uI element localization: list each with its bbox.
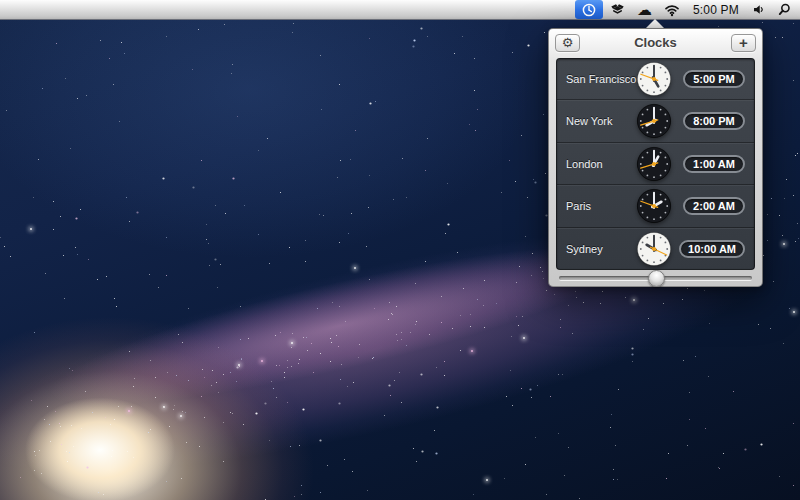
analog-clock — [636, 231, 672, 267]
clock-row[interactable]: San Francisco5:00 PM — [557, 59, 754, 100]
city-label: Paris — [566, 200, 636, 212]
time-pill: 5:00 PM — [683, 70, 745, 88]
panel-footer — [549, 270, 762, 286]
time-slider[interactable] — [559, 270, 752, 286]
time-pill: 8:00 PM — [683, 112, 745, 130]
cloud-glyph: ☁ — [637, 3, 652, 17]
popover-arrow — [646, 19, 664, 28]
city-label: London — [566, 158, 636, 170]
clock-icon — [581, 2, 597, 18]
cloud-icon[interactable]: ☁ — [631, 0, 658, 19]
add-clock-button[interactable]: + — [731, 34, 756, 52]
panel-header: ⚙ Clocks + — [549, 29, 762, 55]
wifi-waves-icon — [664, 2, 680, 17]
time-slider-thumb[interactable] — [648, 270, 665, 287]
spotlight-icon[interactable] — [771, 0, 800, 19]
city-label: Sydney — [566, 243, 636, 255]
wifi-icon[interactable] — [658, 0, 686, 19]
time-pill: 10:00 AM — [679, 240, 745, 258]
clock-list: San Francisco5:00 PMNew York8:00 PMLondo… — [556, 58, 755, 270]
volume-icon[interactable] — [746, 0, 771, 19]
time-pill: 1:00 AM — [683, 155, 745, 173]
menubar-clocks-icon[interactable] — [575, 0, 603, 19]
time-pill: 2:00 AM — [683, 197, 745, 215]
dropbox-icon[interactable] — [604, 0, 631, 19]
galaxy-core — [0, 380, 200, 500]
city-label: San Francisco — [566, 73, 636, 85]
galaxy-core-glow — [0, 290, 350, 500]
plus-icon: + — [739, 36, 748, 49]
city-label: New York — [566, 115, 636, 127]
clock-row[interactable]: London1:00 AM — [557, 143, 754, 185]
clock-row[interactable]: Paris2:00 AM — [557, 185, 754, 227]
magnifier-icon — [777, 3, 791, 17]
nebula-haze — [0, 0, 600, 300]
analog-clock — [636, 146, 672, 182]
dropbox-box-icon — [610, 2, 625, 17]
clocks-panel: ⚙ Clocks + San Francisco5:00 PMNew York8… — [548, 28, 763, 287]
panel-title: Clocks — [580, 35, 731, 50]
analog-clock — [636, 103, 672, 139]
speaker-icon — [752, 3, 765, 16]
analog-clock — [636, 61, 672, 97]
menu-bar: ☁ 5:00 PM — [0, 0, 800, 20]
screen: ☁ 5:00 PM — [0, 0, 800, 500]
analog-clock — [636, 188, 672, 224]
gear-icon: ⚙ — [562, 36, 574, 49]
menubar-clock-time[interactable]: 5:00 PM — [686, 0, 746, 19]
settings-button[interactable]: ⚙ — [555, 34, 580, 52]
clock-row[interactable]: New York8:00 PM — [557, 100, 754, 142]
clock-row[interactable]: Sydney10:00 AM — [557, 228, 754, 269]
